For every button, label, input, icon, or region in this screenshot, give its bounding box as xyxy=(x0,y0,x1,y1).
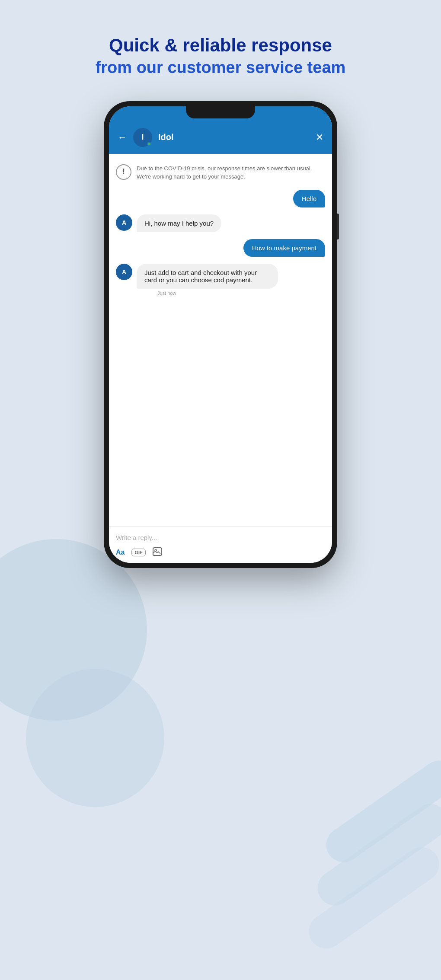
avatar-initial: I xyxy=(141,133,144,142)
phone-frame: ← I Idol ✕ ! Due to the COVID-19 crisis,… xyxy=(104,101,337,568)
message-incoming-1: A Hi, how may I help you? xyxy=(116,214,325,232)
chat-toolbar: Aa GIF xyxy=(116,547,325,558)
message-timestamp: Just now xyxy=(157,290,325,296)
gif-button[interactable]: GIF xyxy=(131,549,145,556)
message-incoming-2: A Just add to cart and checkout with you… xyxy=(116,264,325,296)
headline: Quick & reliable response from our custo… xyxy=(96,35,346,80)
phone-mockup: ← I Idol ✕ ! Due to the COVID-19 crisis,… xyxy=(104,101,337,568)
bubble-payment-answer: Just add to cart and checkout with your … xyxy=(137,264,278,289)
phone-side-button xyxy=(337,214,339,239)
notice-text: Due to the COVID-19 crisis, our response… xyxy=(137,164,325,181)
bubble-payment-question: How to make payment xyxy=(243,239,325,257)
message-outgoing-2: How to make payment xyxy=(116,239,325,257)
chat-body: ! Due to the COVID-19 crisis, our respon… xyxy=(109,154,332,527)
bg-decoration-2 xyxy=(26,669,164,807)
headline-line2: from our customer service team xyxy=(96,56,346,79)
bubble-greeting: Hi, how may I help you? xyxy=(137,214,221,232)
chat-input-area: Aa GIF xyxy=(109,527,332,563)
contact-avatar: I xyxy=(133,128,152,147)
online-indicator xyxy=(147,142,151,146)
phone-screen: ← I Idol ✕ ! Due to the COVID-19 crisis,… xyxy=(109,106,332,563)
agent-avatar-1: A xyxy=(116,214,132,231)
agent-avatar-2: A xyxy=(116,264,132,280)
message-outgoing-1: Hello xyxy=(116,190,325,207)
font-button[interactable]: Aa xyxy=(116,549,125,556)
contact-name: Idol xyxy=(158,132,310,142)
phone-notch xyxy=(186,106,255,118)
image-button[interactable] xyxy=(153,547,162,558)
close-button[interactable]: ✕ xyxy=(316,132,323,143)
notice-icon: ! xyxy=(116,164,131,180)
notice-banner: ! Due to the COVID-19 crisis, our respon… xyxy=(116,163,325,183)
headline-line1: Quick & reliable response xyxy=(96,35,346,56)
back-button[interactable]: ← xyxy=(118,132,127,143)
message-input[interactable] xyxy=(116,532,325,543)
bubble-hello: Hello xyxy=(293,190,325,207)
